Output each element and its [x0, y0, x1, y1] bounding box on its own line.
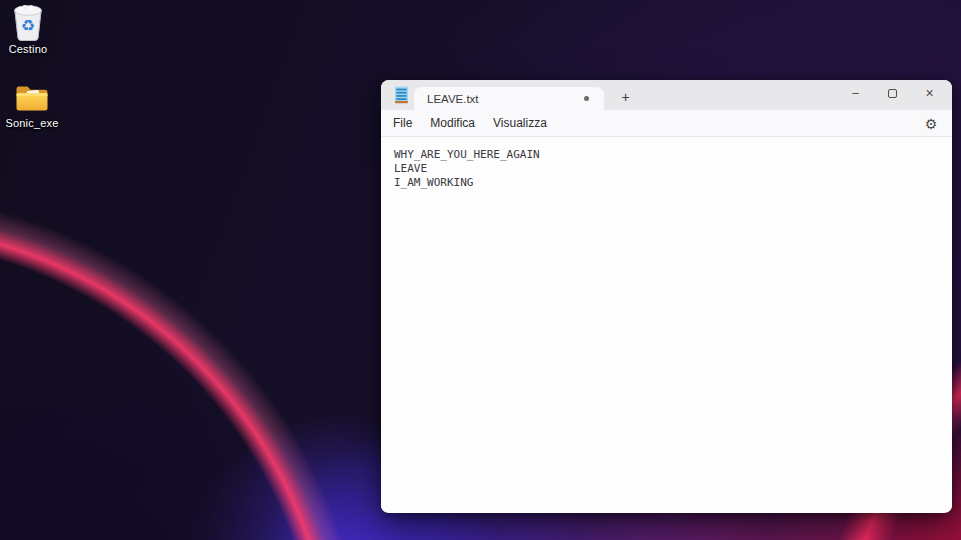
- desktop-icon-label: Sonic_exe: [0, 117, 64, 129]
- editor-line: WHY_ARE_YOU_HERE_AGAIN: [394, 148, 944, 162]
- desktop-icon-sonic-exe-folder[interactable]: Sonic_exe: [0, 80, 64, 129]
- notepad-window: LEAVE.txt + – × File Modifica Visualizza…: [381, 80, 952, 513]
- text-editor-area[interactable]: WHY_ARE_YOU_HERE_AGAIN LEAVE I_AM_WORKIN…: [381, 137, 952, 512]
- folder-icon: [15, 80, 49, 116]
- notepad-menubar: File Modifica Visualizza ⚙: [381, 110, 952, 137]
- notepad-titlebar[interactable]: LEAVE.txt + – ×: [381, 80, 952, 110]
- minimize-button[interactable]: –: [837, 80, 874, 106]
- menu-visualizza[interactable]: Visualizza: [484, 110, 556, 136]
- close-button[interactable]: ×: [911, 80, 948, 106]
- recycle-bin-icon: ♻: [12, 4, 44, 42]
- desktop-icon-recycle-bin[interactable]: ♻ Cestino: [2, 4, 54, 55]
- new-tab-button[interactable]: +: [615, 88, 636, 107]
- notepad-icon: [393, 86, 410, 104]
- tab-title: LEAVE.txt: [427, 93, 479, 105]
- desktop-wallpaper[interactable]: ♻ Cestino Sonic_exe: [0, 0, 961, 540]
- window-controls: – ×: [837, 80, 948, 106]
- gear-icon[interactable]: ⚙: [917, 111, 945, 136]
- editor-line: I_AM_WORKING: [394, 176, 944, 190]
- menu-modifica[interactable]: Modifica: [421, 110, 484, 136]
- editor-line: LEAVE: [394, 162, 944, 176]
- tab-leave-txt[interactable]: LEAVE.txt: [414, 87, 604, 110]
- maximize-button[interactable]: [874, 80, 911, 106]
- desktop-icon-label: Cestino: [2, 43, 54, 55]
- recycle-symbol: ♻: [21, 16, 35, 35]
- menu-file[interactable]: File: [384, 110, 421, 136]
- maximize-icon: [888, 89, 897, 98]
- unsaved-changes-dot-indicator: [584, 96, 589, 101]
